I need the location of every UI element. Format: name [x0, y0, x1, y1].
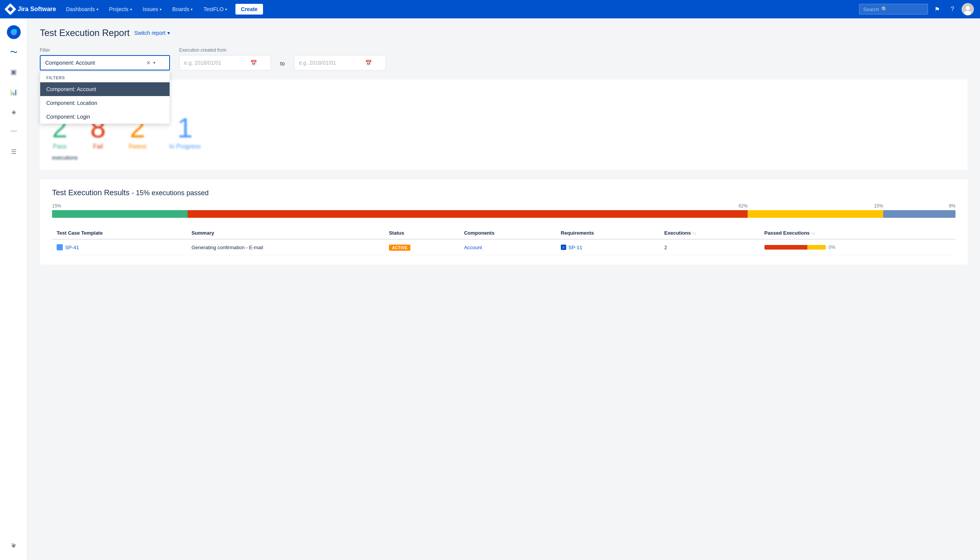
sidebar-reports-icon[interactable]: 📊: [5, 83, 23, 101]
filter-dropdown-menu: FILTERS Component: Account Component: Lo…: [40, 71, 170, 124]
col-executions[interactable]: Executions ↑↓: [660, 227, 760, 239]
svg-point-2: [964, 11, 971, 15]
stat-inprogress-value: 1: [177, 114, 193, 142]
top-navigation: Jira Software Dashboards ▾ Projects ▾ Is…: [0, 0, 980, 18]
dropdown-section-label: FILTERS: [40, 72, 170, 82]
passed-percent: 0%: [829, 245, 835, 250]
cell-requirement: ✓ SP-11: [556, 239, 660, 255]
passed-mini-bar: [765, 245, 826, 250]
app-logo[interactable]: Jira Software: [6, 5, 56, 13]
col-passed-executions[interactable]: Passed Executions ↑↓: [760, 227, 955, 239]
table-header: Test Case Template Summary Status Compon…: [52, 227, 955, 239]
user-avatar[interactable]: [962, 3, 974, 15]
execution-from-group: Execution created from e.g. 2018/01/01 📅: [179, 47, 271, 70]
cell-component: Account: [459, 239, 556, 255]
execution-from-input[interactable]: e.g. 2018/01/01 📅: [179, 55, 271, 70]
dropdown-item-account[interactable]: Component: Account: [40, 82, 170, 96]
results-section: Test Execution Results - 15% executions …: [40, 179, 968, 265]
nav-issues[interactable]: Issues ▾: [139, 0, 165, 18]
help-icon[interactable]: ?: [946, 3, 958, 15]
sidebar-issues-icon[interactable]: ☰: [5, 142, 23, 161]
nav-testflo[interactable]: TestFLO ▾: [200, 0, 231, 18]
search-icon[interactable]: 🔍: [881, 6, 888, 12]
mini-bar-retest: [807, 245, 826, 250]
filter-section: Filter Component: Account ✕ ▾ FILTERS Co…: [40, 47, 968, 70]
requirement-checkbox: ✓: [561, 245, 566, 250]
execution-from-label: Execution created from: [179, 47, 271, 53]
dropdown-item-login[interactable]: Component: Login: [40, 110, 170, 123]
component-link[interactable]: Account: [464, 245, 482, 250]
execution-to-placeholder: e.g. 2018/01/01: [299, 60, 336, 66]
results-table: Test Case Template Summary Status Compon…: [52, 227, 955, 255]
filter-dropdown[interactable]: Component: Account ✕ ▾: [40, 55, 170, 70]
requirement-link[interactable]: SP-11: [568, 245, 582, 250]
chevron-down-icon: ▾: [97, 7, 98, 12]
sidebar-collapse-icon[interactable]: ≫: [5, 535, 23, 554]
col-test-case: Test Case Template: [52, 227, 187, 239]
cell-passed-executions: 0%: [760, 239, 955, 255]
table-row: SP-41 Generating confirmation - E-mail A…: [52, 239, 955, 255]
filter-label: Filter: [40, 47, 170, 53]
test-case-icon: [57, 244, 63, 250]
notifications-icon[interactable]: ⚑: [931, 3, 943, 15]
switch-report-button[interactable]: Switch report ▾: [134, 30, 170, 36]
main-content: Test Execution Report Switch report ▾ Fi…: [28, 18, 980, 560]
calendar-icon-to[interactable]: 📅: [365, 60, 372, 66]
stat-inprogress: 1 In Progress: [169, 114, 201, 150]
dropdown-item-location[interactable]: Component: Location: [40, 96, 170, 110]
svg-point-5: [14, 29, 17, 32]
executions-label: executions: [52, 155, 955, 161]
chevron-down-icon: ▾: [160, 7, 162, 12]
chevron-down-icon: ▾: [225, 7, 227, 12]
executions-sort-icon[interactable]: ↑↓: [692, 231, 696, 235]
cell-summary: Generating confirmation - E-mail: [187, 239, 384, 255]
chevron-down-icon: ▾: [167, 30, 170, 36]
sidebar-project-avatar[interactable]: [5, 23, 23, 41]
test-case-id[interactable]: SP-41: [65, 245, 79, 250]
sidebar-activity-icon[interactable]: 〜: [5, 43, 23, 61]
svg-point-1: [966, 6, 970, 10]
sidebar-board-icon[interactable]: ▣: [5, 63, 23, 81]
sidebar: 〜 ▣ 📊 ◈ 〰 ☰ ✦ ≫: [0, 18, 28, 560]
filter-clear-icon[interactable]: ✕: [146, 60, 151, 66]
status-badge: ACTIVE: [389, 245, 410, 251]
sidebar-components-icon[interactable]: 〰: [5, 122, 23, 141]
bar-retest: [748, 210, 883, 218]
fail-pct-label: 62%: [188, 203, 748, 208]
app-name: Jira Software: [18, 6, 56, 13]
filter-selected-value: Component: Account: [45, 60, 95, 66]
create-button[interactable]: Create: [235, 4, 263, 15]
mini-bar-fail: [765, 245, 807, 250]
pass-pct-label: 15%: [52, 203, 188, 208]
filter-chevron-icon[interactable]: ▾: [153, 60, 155, 65]
page-title: Test Execution Report: [40, 28, 130, 38]
search-bar[interactable]: Search 🔍: [859, 4, 928, 15]
results-title: Test Execution Results - 15% executions …: [52, 188, 955, 197]
stat-pass-label: Pass: [53, 143, 67, 150]
sidebar-releases-icon[interactable]: ◈: [5, 103, 23, 121]
passed-sort-icon[interactable]: ↑↓: [811, 231, 815, 235]
col-components: Components: [459, 227, 556, 239]
calendar-icon[interactable]: 📅: [250, 60, 257, 66]
chevron-down-icon: ▾: [130, 7, 132, 12]
bar-fail: [188, 210, 748, 218]
bar-inprogress: [883, 210, 955, 218]
col-status: Status: [384, 227, 459, 239]
nav-dashboards[interactable]: Dashboards ▾: [62, 0, 102, 18]
stat-retest-label: Retest: [128, 143, 146, 150]
inprogress-pct-label: 8%: [883, 203, 955, 208]
page-header: Test Execution Report Switch report ▾: [40, 28, 968, 38]
stat-inprogress-label: In Progress: [169, 143, 201, 150]
nav-boards[interactable]: Boards ▾: [168, 0, 197, 18]
results-table-container: Test Case Template Summary Status Compon…: [52, 227, 955, 255]
retest-pct-label: 15%: [748, 203, 883, 208]
cell-test-case: SP-41: [52, 239, 187, 255]
execution-from-placeholder: e.g. 2018/01/01: [184, 60, 221, 66]
filter-group: Filter Component: Account ✕ ▾ FILTERS Co…: [40, 47, 170, 70]
summary-section: Su 2 Pass 8 Fail 2 Retest 1 In Progress …: [40, 80, 968, 170]
cell-status: ACTIVE: [384, 239, 459, 255]
table-body: SP-41 Generating confirmation - E-mail A…: [52, 239, 955, 255]
execution-to-input[interactable]: e.g. 2018/01/01 📅: [294, 55, 386, 70]
nav-projects[interactable]: Projects ▾: [105, 0, 136, 18]
summary-stats: 2 Pass 8 Fail 2 Retest 1 In Progress: [52, 114, 955, 150]
